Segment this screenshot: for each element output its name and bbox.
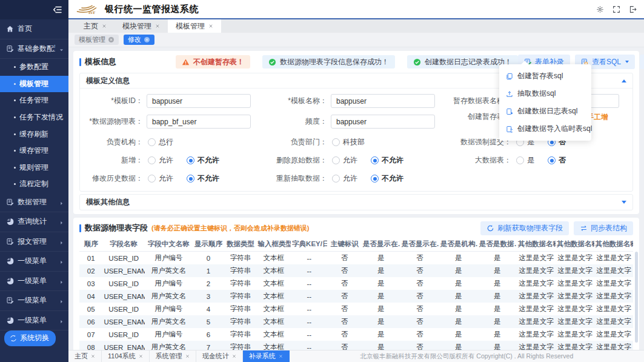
- re-extract-data-radio-option[interactable]: 允许: [332, 173, 357, 184]
- sidebar-item-query-statistics[interactable]: 查询统计: [0, 212, 68, 232]
- menu-item-create-data-import-temp-table-sql[interactable]: 创建数据导入临时表sql: [499, 120, 591, 138]
- caret-right-icon: [59, 239, 64, 244]
- tab-home[interactable]: 主页: [76, 19, 115, 33]
- radio-unchecked-icon[interactable]: [332, 138, 340, 146]
- table-row[interactable]: 06USER_ENAME用户英文名5字符串文本框--否是否是是这里是文字这里是文…: [79, 315, 633, 328]
- close-icon[interactable]: [185, 354, 190, 358]
- ftab-supplement-system[interactable]: 补录系统: [243, 350, 290, 362]
- chip-label: 模板管理: [79, 35, 105, 44]
- close-circle-icon[interactable]: [144, 36, 150, 43]
- tab-label: 模块管理: [122, 21, 151, 32]
- refresh-physical-fields-button[interactable]: 刷新获取物理表字段: [480, 221, 569, 235]
- radio-unchecked-icon[interactable]: [516, 156, 524, 164]
- sidebar-item-template-management[interactable]: 模板管理: [0, 76, 68, 93]
- ftab-home[interactable]: 主页: [68, 350, 102, 362]
- logout-icon[interactable]: [629, 5, 637, 13]
- table-cell: 用户编号: [145, 303, 193, 315]
- responsible-org-radio-option[interactable]: 总行: [148, 137, 173, 147]
- sidebar-item-label: 基础参数配置: [18, 44, 55, 54]
- modify-history-data-radio-option[interactable]: 不允许: [187, 173, 219, 184]
- table-cell: 用户编号: [145, 252, 193, 265]
- create-db-table-button[interactable]: 创建数据库表: [640, 55, 644, 69]
- close-icon[interactable]: [139, 354, 143, 358]
- sidebar-item-cache-management[interactable]: 缓存管理: [0, 142, 68, 159]
- sidebar-item-rule-management[interactable]: 规则管理: [0, 159, 68, 176]
- menu-item-extract-data-sql[interactable]: 抽取数据sql: [499, 85, 591, 102]
- tab-template-management[interactable]: 模板管理: [168, 19, 221, 33]
- radio-checked-icon[interactable]: [187, 156, 194, 164]
- close-circle-icon[interactable]: [108, 36, 115, 43]
- tab-module-management[interactable]: 模块管理: [115, 19, 168, 33]
- table-row[interactable]: 04USER_ENAME用户英文名3字符串文本框--否是否是是这里是文字这里是文…: [79, 290, 633, 303]
- frequency-input[interactable]: [331, 115, 435, 129]
- table-cell: 1: [192, 264, 224, 277]
- sidebar-item-level1-menu-2[interactable]: 一级菜单: [0, 272, 68, 292]
- source-physical-table-input[interactable]: [147, 115, 251, 129]
- other-section-header[interactable]: 模板其他信息: [80, 195, 632, 210]
- ftab-system-management[interactable]: 系统管理: [150, 350, 196, 362]
- table-row[interactable]: 07USER_ID用户编号6字符串文本框--否是否是是这里是文字这里是文字这里是…: [79, 328, 633, 341]
- system-switch-button[interactable]: 系统切换: [4, 330, 56, 346]
- sidebar-item-process-customization[interactable]: 流程定制: [0, 176, 68, 193]
- sidebar-item-cache-refresh[interactable]: 缓存刷新: [0, 126, 68, 142]
- radio-unchecked-icon[interactable]: [148, 175, 156, 183]
- table-row[interactable]: 01USER_ID用户编号0字符串文本框--否是否是是这里是文字这里是文字这里是…: [79, 252, 633, 265]
- radio-unchecked-icon[interactable]: [148, 156, 156, 164]
- sidebar-item-level1-menu-1[interactable]: 一级菜单: [0, 252, 68, 272]
- menu-item-create-staging-table-sql[interactable]: 创建暂存表sql: [499, 67, 591, 85]
- radio-checked-icon[interactable]: [548, 156, 556, 164]
- table-row[interactable]: 02USER_ENAME用户英文名1字符串文本框--否是否是是这里是文字这里是文…: [79, 264, 633, 277]
- breadcrumb-chip-edit[interactable]: 修改: [124, 35, 154, 45]
- delete-original-data-radio-option[interactable]: 允许: [332, 155, 357, 166]
- collapse-sidebar-icon[interactable]: [53, 5, 62, 15]
- close-icon[interactable]: [102, 24, 107, 28]
- table-cell: 是: [478, 277, 517, 290]
- sidebar-item-task-dispatch-status[interactable]: 任务下发情况: [0, 109, 68, 126]
- big-data-table-radio-option[interactable]: 是: [516, 155, 534, 166]
- sidebar-item-basic-param-config[interactable]: 基础参数配置: [0, 39, 68, 59]
- settings-icon[interactable]: [596, 5, 604, 13]
- allow-add-radio-option[interactable]: 不允许: [187, 155, 219, 166]
- table-cell: 字符串: [224, 264, 256, 277]
- ftab-cash-statistics[interactable]: 现金统计: [196, 350, 243, 362]
- sidebar-item-label: 数据管理: [18, 197, 55, 207]
- sidebar-item-home[interactable]: 首页: [0, 19, 68, 39]
- re-extract-data-radio-option[interactable]: 不允许: [371, 173, 403, 184]
- breadcrumb-chip-template-management[interactable]: 模板管理: [75, 35, 119, 45]
- close-icon[interactable]: [91, 354, 95, 358]
- menu-item-create-data-log-table-sql[interactable]: 创建数据日志表sql: [499, 102, 591, 120]
- radio-unchecked-icon[interactable]: [332, 175, 340, 183]
- close-icon[interactable]: [155, 24, 160, 28]
- responsible-dept-radio-option[interactable]: 科技部: [332, 137, 365, 147]
- sidebar-item-data-management[interactable]: 数据管理: [0, 193, 68, 213]
- radio-checked-icon[interactable]: [371, 156, 379, 164]
- allow-add-radio-option[interactable]: 允许: [148, 155, 173, 166]
- template-id-input[interactable]: [147, 94, 251, 108]
- sidebar-item-level1-menu-3[interactable]: 一级菜单: [0, 291, 68, 311]
- sidebar-item-param-config[interactable]: 参数配置: [0, 59, 68, 76]
- sync-table-structure-button[interactable]: 同步表结构: [574, 221, 633, 235]
- table-row[interactable]: 08USER_ENAME用户英文名7字符串文本框--否是否是是这里是文字这里是文…: [79, 341, 633, 350]
- vertical-scrollbar[interactable]: [635, 252, 638, 343]
- big-data-table-radio-option[interactable]: 否: [548, 155, 566, 166]
- table-row[interactable]: 03USER_ID用户编号2字符串文本框--否是否是是这里是文字这里是文字这里是…: [79, 277, 633, 290]
- template-name-input[interactable]: [331, 94, 435, 108]
- table-row[interactable]: 05USER_ID用户编号4字符串文本框--否是否是是这里是文字这里是文字这里是…: [79, 303, 633, 315]
- sidebar-item-level1-menu-4[interactable]: 一级菜单: [0, 311, 68, 331]
- radio-unchecked-icon[interactable]: [332, 156, 340, 164]
- table-cell: 这里是文字: [517, 290, 556, 303]
- sidebar-item-message-management[interactable]: 报文管理: [0, 232, 68, 252]
- radio-unchecked-icon[interactable]: [148, 138, 156, 146]
- radio-checked-icon[interactable]: [187, 175, 194, 183]
- delete-original-data-radio-option[interactable]: 不允许: [371, 155, 403, 166]
- close-icon[interactable]: [279, 354, 283, 358]
- close-icon[interactable]: [232, 354, 236, 358]
- modify-history-data-radio-option[interactable]: 允许: [148, 173, 173, 184]
- fullscreen-icon[interactable]: [612, 5, 620, 13]
- sidebar-item-label: 规则管理: [19, 163, 64, 173]
- radio-checked-icon[interactable]: [371, 175, 379, 183]
- sidebar-item-task-management[interactable]: 任务管理: [0, 92, 68, 109]
- tab-label: 主页: [84, 21, 98, 32]
- close-icon[interactable]: [208, 24, 213, 28]
- ftab-1104-system[interactable]: 1104系统: [102, 350, 150, 362]
